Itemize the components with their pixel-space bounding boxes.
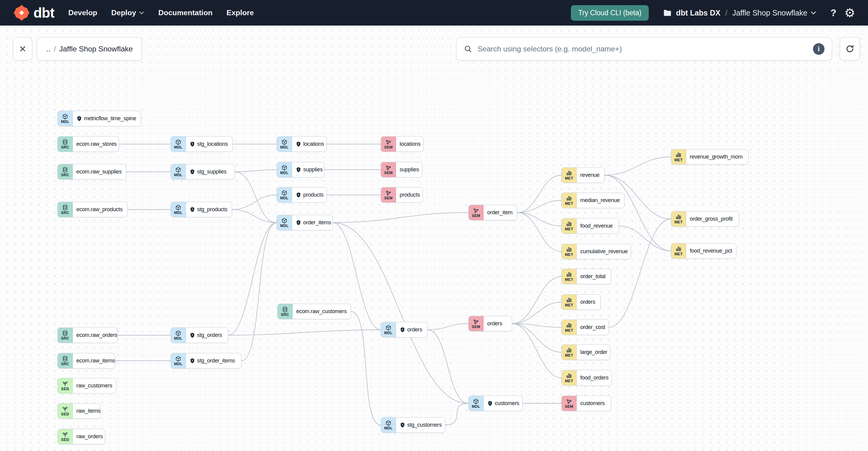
help-icon[interactable]: ? xyxy=(831,8,837,18)
graph-node-sem_customers[interactable]: SEMcustomers xyxy=(561,396,611,411)
shield-icon xyxy=(189,358,195,364)
node-type-label: MET xyxy=(565,303,573,307)
node-body: order_cost xyxy=(577,320,608,335)
graph-node-sed_raw_orders[interactable]: SEDraw_orders xyxy=(58,429,105,444)
graph-node-met_orders[interactable]: METorders xyxy=(561,294,601,310)
graph-node-met_revenue[interactable]: METrevenue xyxy=(561,168,604,183)
mdl-badge: MDL xyxy=(171,202,186,217)
nav-item-explore[interactable]: Explore xyxy=(226,8,254,17)
graph-node-met_median_revenue[interactable]: METmedian_revenue xyxy=(561,192,624,208)
info-icon[interactable]: i xyxy=(813,43,825,55)
graph-node-src_ecom_raw_items[interactable]: SRCecom.raw_items xyxy=(58,353,115,368)
graph-node-mdl_metricflow_time_spine[interactable]: MDLmetricflow_time_spine xyxy=(58,111,141,126)
shield-icon xyxy=(76,116,82,121)
graph-node-met_revenue_growth_mom[interactable]: METrevenue_growth_mom xyxy=(671,149,748,164)
graph-node-sem_supplies[interactable]: SEMsupplies xyxy=(381,162,423,177)
metric-bars-icon xyxy=(566,221,572,227)
semantic-model-icon xyxy=(473,208,479,214)
node-type-label: MET xyxy=(565,177,573,180)
graph-node-src_ecom_raw_supplies[interactable]: SRCecom.raw_supplies xyxy=(58,164,126,180)
refresh-button[interactable] xyxy=(840,37,860,61)
close-icon xyxy=(19,45,27,53)
node-body: ecom.raw_orders xyxy=(73,328,120,343)
nav-item-documentation[interactable]: Documentation xyxy=(158,8,213,17)
graph-node-met_order_cost[interactable]: METorder_cost xyxy=(561,320,609,335)
node-type-label: MDL xyxy=(384,331,393,335)
graph-node-mdl_customers[interactable]: MDLcustomers xyxy=(468,396,523,411)
database-icon xyxy=(282,306,288,312)
node-type-label: SRC xyxy=(61,337,69,340)
node-type-label: MET xyxy=(565,379,573,383)
node-type-label: MDL xyxy=(280,196,289,200)
graph-node-mdl_stg_order_items[interactable]: MDLstg_order_items xyxy=(170,353,242,368)
met-badge: MET xyxy=(671,149,686,164)
graph-node-met_cumulative_revenue[interactable]: METcumulative_revenue xyxy=(561,244,631,259)
mdl-badge: MDL xyxy=(381,322,396,337)
graph-node-sem_locations[interactable]: SEMlocations xyxy=(381,136,424,152)
node-label: locations xyxy=(400,141,420,147)
node-label: food_orders xyxy=(580,374,609,381)
graph-node-mdl_stg_customers[interactable]: MDLstg_customers xyxy=(381,417,445,433)
search-input[interactable] xyxy=(477,44,808,54)
graph-node-mdl_orders[interactable]: MDLorders xyxy=(381,322,427,337)
graph-node-src_ecom_raw_stores[interactable]: SRCecom.raw_stores xyxy=(58,136,119,152)
graph-node-src_ecom_raw_customers[interactable]: SRCecom.raw_customers xyxy=(277,304,351,319)
node-body: stg_supplies xyxy=(186,164,229,179)
graph-node-met_large_order[interactable]: METlarge_order xyxy=(561,344,610,360)
shield-icon xyxy=(296,167,301,173)
breadcrumb[interactable]: .. / Jaffle Shop Snowflake xyxy=(37,37,142,61)
node-body: stg_locations xyxy=(186,137,230,152)
node-label: stg_orders xyxy=(197,332,222,338)
close-button[interactable] xyxy=(13,37,32,61)
graph-node-src_ecom_raw_products[interactable]: SRCecom.raw_products xyxy=(58,202,127,217)
graph-node-mdl_supplies[interactable]: MDLsupplies xyxy=(277,162,324,177)
dbt-logo[interactable]: dbt xyxy=(13,4,55,22)
graph-node-mdl_stg_supplies[interactable]: MDLstg_supplies xyxy=(170,164,235,180)
graph-node-sem_orders[interactable]: SEMorders xyxy=(468,316,512,331)
cube-icon xyxy=(175,139,181,145)
graph-node-met_order_total[interactable]: METorder_total xyxy=(561,269,611,284)
node-label: food_revenue xyxy=(580,223,613,229)
graph-node-mdl_stg_orders[interactable]: MDLstg_orders xyxy=(170,327,228,343)
graph-node-mdl_order_items[interactable]: MDLorder_items xyxy=(277,215,333,230)
graph-node-mdl_stg_products[interactable]: MDLstg_products xyxy=(170,202,232,217)
graph-node-src_ecom_raw_orders[interactable]: SRCecom.raw_orders xyxy=(58,327,117,343)
account-name[interactable]: dbt Labs DX xyxy=(676,8,720,17)
seed-icon xyxy=(62,381,68,387)
graph-node-sem_order_item[interactable]: SEMorder_item xyxy=(468,205,517,220)
nav-item-develop[interactable]: Develop xyxy=(68,8,97,17)
metric-bars-icon xyxy=(566,196,572,202)
graph-node-met_food_revenue_pct[interactable]: METfood_revenue_pct xyxy=(671,243,736,259)
gear-icon[interactable]: ⚙ xyxy=(844,7,855,19)
node-type-label: MDL xyxy=(174,337,183,340)
nav-item-deploy[interactable]: Deploy xyxy=(111,8,145,17)
graph-node-mdl_stg_locations[interactable]: MDLstg_locations xyxy=(170,136,232,152)
graph-node-sem_products[interactable]: SEMproducts xyxy=(381,187,423,203)
node-type-label: MDL xyxy=(472,405,480,409)
node-label: order_total xyxy=(580,273,606,280)
shield-icon xyxy=(189,207,195,212)
breadcrumb-up[interactable]: .. xyxy=(46,45,51,53)
node-type-label: MDL xyxy=(174,211,183,215)
database-icon xyxy=(62,139,68,145)
node-type-label: SED xyxy=(61,438,69,442)
met-badge: MET xyxy=(562,295,577,309)
graph-node-sed_raw_items[interactable]: SEDraw_items xyxy=(58,403,101,419)
graph-node-met_food_orders[interactable]: METfood_orders xyxy=(561,370,612,386)
graph-node-met_food_revenue[interactable]: METfood_revenue xyxy=(561,218,619,234)
node-label: products xyxy=(400,192,420,198)
graph-node-sed_raw_customers[interactable]: SEDraw_customers xyxy=(58,378,116,393)
sed-badge: SED xyxy=(58,378,73,393)
cube-icon xyxy=(281,218,287,224)
cube-icon xyxy=(62,114,68,120)
chevron-down-icon[interactable] xyxy=(810,10,816,16)
graph-node-met_order_gross_profit[interactable]: METorder_gross_profit xyxy=(671,211,739,227)
node-label: stg_order_items xyxy=(197,358,235,364)
try-cloud-cli-button[interactable]: Try Cloud CLI (beta) xyxy=(571,5,649,21)
node-type-label: MET xyxy=(565,354,573,358)
src-badge: SRC xyxy=(58,137,73,152)
project-selector[interactable]: Jaffle Shop Snowflake xyxy=(732,8,807,17)
graph-node-mdl_products[interactable]: MDLproducts xyxy=(277,187,327,203)
shield-icon xyxy=(296,220,301,226)
graph-node-mdl_locations[interactable]: MDLlocations xyxy=(277,136,327,152)
